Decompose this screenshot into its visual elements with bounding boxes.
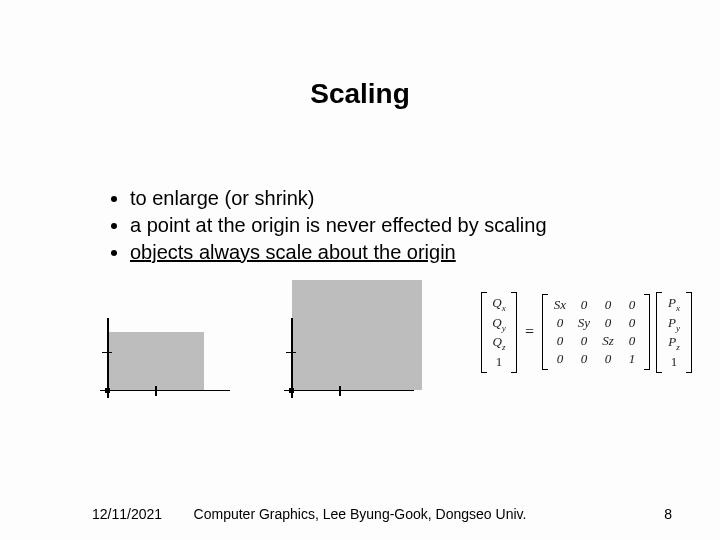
y-tick	[286, 352, 296, 354]
bullet-item: a point at the origin is never effected …	[130, 212, 660, 239]
y-axis	[107, 318, 109, 398]
plot-after	[274, 278, 434, 408]
footer-page-number: 8	[664, 506, 672, 522]
matrix-P: Px Py Pz 1	[656, 292, 692, 373]
x-axis	[284, 390, 414, 392]
scaled-shape-large	[292, 280, 422, 390]
matrix-equation: Qx Qy Qz 1 = Sx000 0Sy00 00Sz0 0001 Px P…	[481, 292, 692, 373]
origin-dot	[289, 388, 294, 393]
scaled-shape-small	[108, 332, 204, 390]
x-tick	[339, 386, 341, 396]
y-tick	[102, 352, 112, 354]
bullet-list: to enlarge (or shrink) a point at the or…	[70, 185, 660, 266]
slide-title: Scaling	[0, 78, 720, 110]
bullet-item: to enlarge (or shrink)	[130, 185, 660, 212]
origin-dot	[105, 388, 110, 393]
matrix-S: Sx000 0Sy00 00Sz0 0001	[542, 294, 650, 370]
x-tick	[155, 386, 157, 396]
matrix-Q: Qx Qy Qz 1	[481, 292, 517, 373]
y-axis	[291, 318, 293, 398]
x-axis	[100, 390, 230, 392]
bullet-item: objects always scale about the origin	[130, 239, 660, 266]
footer-center: Computer Graphics, Lee Byung-Gook, Dongs…	[0, 506, 720, 522]
equals-sign: =	[523, 323, 536, 341]
plot-before	[90, 278, 250, 408]
slide: Scaling to enlarge (or shrink) a point a…	[0, 0, 720, 540]
